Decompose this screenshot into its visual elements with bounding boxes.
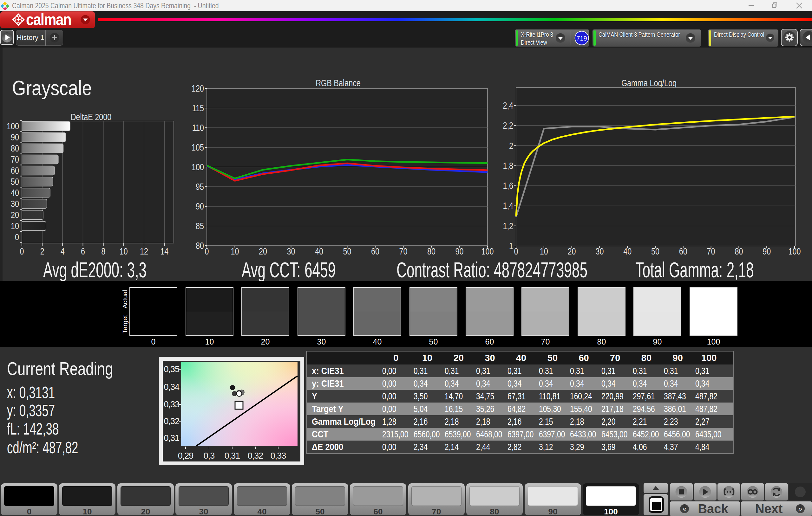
svg-text:0: 0 [205,246,209,256]
svg-text:10: 10 [120,246,128,256]
svg-text:80: 80 [427,246,435,256]
svg-text:50: 50 [343,246,351,256]
svg-text:«: « [683,505,687,513]
svg-text:10: 10 [231,246,239,256]
svg-text:100: 100 [192,162,204,172]
svg-text:60: 60 [11,165,19,176]
svg-text:90: 90 [455,246,463,256]
svg-text:0: 0 [15,232,19,242]
svg-text:0,3: 0,3 [204,451,215,460]
svg-text:80: 80 [196,240,204,251]
svg-text:14: 14 [160,246,168,256]
svg-text:DeltaE 2000: DeltaE 2000 [71,112,112,122]
svg-text:1,6: 1,6 [503,180,513,191]
svg-text:90: 90 [11,132,19,142]
svg-text:2,4: 2,4 [503,100,513,111]
svg-text:1,8: 1,8 [503,160,513,171]
svg-text:0,33: 0,33 [270,451,286,460]
svg-text:0,29: 0,29 [178,451,194,460]
svg-text:0,31: 0,31 [164,433,179,443]
svg-text:95: 95 [196,181,204,192]
svg-text:100: 100 [7,121,19,131]
svg-text:0,35: 0,35 [164,364,179,374]
svg-text:»: » [799,505,802,513]
svg-text:2: 2 [509,141,513,151]
svg-text:50: 50 [11,176,19,187]
svg-text:20: 20 [259,246,267,256]
svg-text:1: 1 [509,241,513,251]
svg-text:30: 30 [287,246,295,256]
svg-text:0,32: 0,32 [164,417,179,426]
svg-text:20: 20 [11,210,19,220]
svg-text:0: 0 [20,246,24,256]
svg-text:4: 4 [61,246,65,256]
svg-text:RGB Balance: RGB Balance [316,78,360,88]
svg-text:85: 85 [196,221,204,231]
svg-text:90: 90 [196,201,204,211]
svg-text:60: 60 [371,246,379,256]
svg-text:0,31: 0,31 [225,451,240,460]
svg-text:30: 30 [11,199,19,209]
svg-text:40: 40 [11,187,19,198]
svg-text:12: 12 [140,246,148,256]
svg-text:10: 10 [11,221,19,231]
svg-text:40: 40 [315,246,323,256]
svg-text:6: 6 [81,246,85,256]
svg-text:105: 105 [192,142,204,152]
svg-text:2: 2 [40,246,45,256]
svg-text:2,2: 2,2 [503,120,513,130]
svg-text:70: 70 [11,154,19,164]
svg-text:110: 110 [192,122,204,133]
svg-text:120: 120 [192,83,204,93]
svg-text:0,32: 0,32 [248,451,263,460]
svg-text:115: 115 [192,103,204,113]
svg-text:70: 70 [399,246,407,256]
svg-text:100: 100 [481,246,494,256]
svg-text:8: 8 [101,246,105,256]
svg-text:Gamma Log/Log: Gamma Log/Log [621,78,676,88]
svg-text:0,33: 0,33 [164,400,179,409]
svg-text:1,2: 1,2 [503,221,513,231]
svg-text:0,34: 0,34 [164,382,179,392]
svg-text:80: 80 [11,143,19,153]
svg-text:1,4: 1,4 [503,201,513,211]
